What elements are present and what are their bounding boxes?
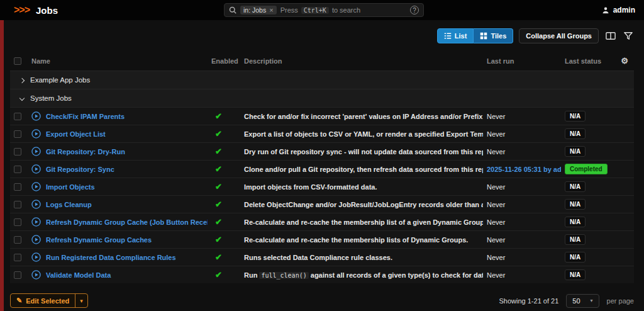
header-last-status: Last status bbox=[561, 51, 615, 71]
enabled-check-icon: ✔ bbox=[215, 270, 222, 280]
job-last-run: Never bbox=[483, 178, 561, 196]
status-badge: N/A bbox=[565, 128, 586, 139]
search-placeholder-pre: Press bbox=[280, 6, 298, 14]
job-row: Refresh Dynamic Group Cache (Job Button … bbox=[10, 213, 634, 231]
tiles-view-button[interactable]: Tiles bbox=[474, 28, 513, 43]
chevron-down-icon: ▾ bbox=[591, 298, 593, 303]
job-last-run: Never bbox=[483, 249, 561, 266]
search-placeholder-post: to search bbox=[332, 6, 360, 14]
search-placeholder: Press Ctrl+K to search bbox=[280, 6, 406, 14]
job-name-link[interactable]: Refresh Dynamic Group Cache (Job Button … bbox=[46, 218, 208, 226]
enabled-check-icon: ✔ bbox=[215, 252, 222, 262]
run-job-icon[interactable] bbox=[31, 129, 41, 139]
per-page-select[interactable]: 50 ▾ bbox=[566, 294, 599, 308]
job-group-row[interactable]: System Jobs bbox=[10, 89, 634, 108]
job-description: Clone and/or pull a Git repository, then… bbox=[240, 161, 483, 178]
list-view-button[interactable]: List bbox=[437, 28, 474, 43]
per-page-value: 50 bbox=[572, 297, 580, 305]
row-checkbox[interactable] bbox=[14, 218, 21, 226]
edit-selected-button[interactable]: ✎ Edit Selected bbox=[11, 294, 75, 307]
status-badge: Completed bbox=[565, 164, 608, 174]
job-name-link[interactable]: Validate Model Data bbox=[46, 271, 111, 279]
user-icon bbox=[602, 6, 609, 14]
last-run-link[interactable]: 2025-11-26 05:31 by admin bbox=[487, 166, 561, 173]
window-edge-strip bbox=[0, 0, 4, 311]
job-description: Re-calculate and re-cache the membership… bbox=[240, 213, 483, 231]
job-description: Import objects from CSV-formatted data. bbox=[240, 178, 483, 196]
row-checkbox[interactable] bbox=[14, 166, 21, 173]
user-menu[interactable]: admin bbox=[602, 6, 635, 14]
global-search-input[interactable]: in: Jobs × Press Ctrl+K to search ? bbox=[224, 3, 424, 17]
enabled-check-icon: ✔ bbox=[215, 129, 222, 139]
job-row: Refresh Dynamic Group Caches ✔ Re-calcul… bbox=[10, 231, 634, 249]
header-enabled: Enabled bbox=[208, 51, 240, 71]
run-job-icon[interactable] bbox=[31, 235, 41, 244]
enabled-check-icon: ✔ bbox=[215, 200, 222, 209]
job-row: Logs Cleanup ✔ Delete ObjectChange and/o… bbox=[10, 196, 634, 213]
status-badge: N/A bbox=[565, 199, 586, 210]
job-name-link[interactable]: Run Registered Data Compliance Rules bbox=[46, 254, 176, 261]
filter-icon[interactable] bbox=[623, 30, 634, 42]
help-icon[interactable]: ? bbox=[410, 6, 419, 14]
remove-scope-icon[interactable]: × bbox=[269, 6, 273, 14]
top-navbar: >>> Jobs in: Jobs × Press Ctrl+K to sear… bbox=[0, 0, 644, 20]
group-chevron-icon bbox=[19, 96, 25, 101]
run-job-icon[interactable] bbox=[31, 252, 41, 262]
job-row: Export Object List ✔ Export a list of ob… bbox=[10, 125, 634, 143]
select-all-checkbox[interactable] bbox=[14, 57, 21, 65]
nautobot-logo[interactable]: >>> bbox=[14, 4, 30, 16]
row-checkbox[interactable] bbox=[14, 236, 21, 244]
group-label: System Jobs bbox=[30, 94, 72, 102]
row-checkbox[interactable] bbox=[14, 148, 21, 156]
run-job-icon[interactable] bbox=[31, 182, 41, 191]
jobs-page: >>> Jobs in: Jobs × Press Ctrl+K to sear… bbox=[0, 0, 644, 311]
run-job-icon[interactable] bbox=[31, 164, 41, 174]
collapse-all-groups-button[interactable]: Collapse All Groups bbox=[519, 28, 599, 43]
showing-count-label: Showing 1-21 of 21 bbox=[499, 297, 559, 305]
run-job-icon[interactable] bbox=[31, 270, 41, 280]
job-name-link[interactable]: Check/Fix IPAM Parents bbox=[46, 113, 125, 120]
job-name-link[interactable]: Git Repository: Dry-Run bbox=[46, 148, 125, 156]
table-config-gear-icon[interactable]: ⚙ bbox=[621, 56, 628, 65]
run-job-icon[interactable] bbox=[31, 147, 41, 156]
job-description: Run full_clean() against all records of … bbox=[240, 266, 483, 284]
edit-selected-caret-button[interactable]: ▾ bbox=[75, 294, 87, 307]
job-name-link[interactable]: Refresh Dynamic Group Caches bbox=[46, 236, 152, 244]
job-description: Re-calculate and re-cache the membership… bbox=[240, 231, 483, 249]
job-last-run: 2025-11-26 05:31 by admin bbox=[483, 161, 561, 178]
run-job-icon[interactable] bbox=[31, 111, 41, 121]
enabled-check-icon: ✔ bbox=[215, 182, 222, 191]
row-checkbox[interactable] bbox=[14, 254, 21, 261]
job-description: Delete ObjectChange and/or JobResult/Job… bbox=[240, 196, 483, 213]
job-last-run: Never bbox=[483, 196, 561, 213]
job-name-link[interactable]: Export Object List bbox=[46, 130, 106, 138]
list-icon bbox=[444, 32, 452, 40]
enabled-check-icon: ✔ bbox=[215, 147, 222, 156]
job-row: Git Repository: Sync ✔ Clone and/or pull… bbox=[10, 161, 634, 178]
row-checkbox[interactable] bbox=[14, 201, 21, 208]
job-row: Validate Model Data ✔ Run full_clean() a… bbox=[10, 266, 634, 284]
search-scope-label: in: Jobs bbox=[243, 6, 266, 14]
job-last-run: Never bbox=[483, 213, 561, 231]
job-group-row[interactable]: Example App Jobs bbox=[10, 71, 634, 89]
run-job-icon[interactable] bbox=[31, 217, 41, 227]
pencil-icon: ✎ bbox=[16, 297, 22, 305]
job-row: Git Repository: Dry-Run ✔ Dry run of Git… bbox=[10, 143, 634, 161]
row-checkbox[interactable] bbox=[14, 113, 21, 120]
list-view-label: List bbox=[455, 32, 467, 40]
jobs-table: Name Enabled Description Last run Last s… bbox=[10, 51, 634, 283]
edit-selected-split-button: ✎ Edit Selected ▾ bbox=[10, 293, 88, 308]
row-checkbox[interactable] bbox=[14, 130, 21, 138]
job-name-link[interactable]: Import Objects bbox=[46, 183, 95, 191]
run-job-icon[interactable] bbox=[31, 200, 41, 209]
job-last-run: Never bbox=[483, 125, 561, 143]
table-columns-icon[interactable] bbox=[604, 30, 617, 42]
username-label: admin bbox=[613, 6, 635, 14]
header-description: Description bbox=[240, 51, 483, 71]
edit-selected-label: Edit Selected bbox=[26, 297, 69, 305]
job-name-link[interactable]: Git Repository: Sync bbox=[46, 166, 114, 173]
row-checkbox[interactable] bbox=[14, 271, 21, 279]
status-badge: N/A bbox=[565, 111, 586, 122]
job-name-link[interactable]: Logs Cleanup bbox=[46, 201, 92, 208]
row-checkbox[interactable] bbox=[14, 183, 21, 191]
